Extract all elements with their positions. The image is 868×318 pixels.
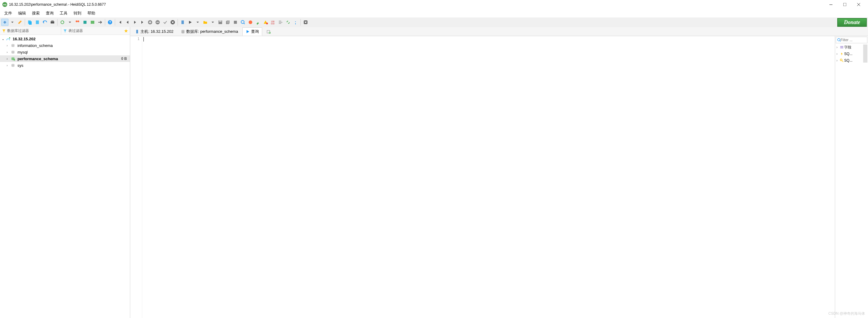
connect-button[interactable] — [1, 19, 8, 26]
menu-query[interactable]: 查询 — [43, 9, 57, 17]
tab-database[interactable]: 数据库: performance_schema — [178, 28, 241, 35]
first-button[interactable] — [116, 19, 124, 26]
stop-icon — [303, 20, 308, 25]
disconnect-button[interactable] — [16, 19, 24, 26]
refresh-button[interactable] — [59, 19, 66, 26]
connect-dropdown[interactable] — [9, 19, 16, 26]
window-controls — [824, 0, 866, 9]
folder-dropdown[interactable] — [209, 19, 216, 26]
svg-rect-3 — [29, 21, 32, 25]
menu-bar: 文件 编辑 搜索 查询 工具 转到 帮助 — [0, 9, 868, 17]
tab-db-label: 数据库: — [186, 29, 199, 34]
db-filter[interactable]: 数据库过滤器 — [0, 27, 61, 35]
apply-button[interactable] — [161, 19, 169, 26]
tab-host[interactable]: 主机: 16.32.15.202 — [132, 28, 177, 35]
tab-host-value: 16.32.15.202 — [151, 29, 174, 34]
tree-db-item[interactable]: › sys — [0, 62, 130, 69]
csv-button[interactable] — [89, 19, 96, 26]
next-icon — [133, 20, 137, 25]
saveall-button[interactable] — [224, 19, 231, 26]
run-dropdown[interactable] — [194, 19, 201, 26]
refresh-dropdown[interactable] — [66, 19, 73, 26]
helper-item-sql-keywords[interactable]: › SQ... — [835, 57, 863, 64]
tree-db-item[interactable]: › information_schema — [0, 42, 130, 49]
folder-button[interactable] — [202, 19, 209, 26]
next-button[interactable] — [131, 19, 138, 26]
undo-button[interactable] — [41, 19, 49, 26]
binary-button[interactable]: 100010 — [270, 19, 277, 26]
close-button[interactable] — [852, 0, 866, 9]
cancel-button[interactable] — [169, 19, 176, 26]
menu-edit[interactable]: 编辑 — [15, 9, 29, 17]
helper-item-label: 字段 — [844, 45, 851, 50]
warning-button[interactable] — [262, 19, 269, 26]
menu-search[interactable]: 搜索 — [29, 9, 43, 17]
menu-file[interactable]: 文件 — [1, 9, 15, 17]
menu-help[interactable]: 帮助 — [84, 9, 98, 17]
table-filter[interactable]: 表过滤器 — [61, 27, 122, 35]
chevron-down-icon — [11, 22, 13, 23]
helper-filter[interactable] — [836, 37, 867, 43]
run-button[interactable] — [187, 19, 194, 26]
maximize-button[interactable] — [838, 0, 852, 9]
stop-button[interactable] — [302, 19, 309, 26]
copy-button[interactable] — [26, 19, 33, 26]
sql-editor[interactable]: 1 — [130, 36, 835, 318]
semicolon-button[interactable]: ; — [292, 19, 299, 26]
chevron-right-icon: › — [836, 52, 839, 56]
table-filter-label: 表过滤器 — [68, 28, 83, 33]
db-size: 0 B — [121, 57, 128, 61]
tab-query[interactable]: 查询 — [242, 27, 262, 36]
tree-db-item[interactable]: › performance_schema 0 B — [0, 56, 130, 62]
paste-button[interactable] — [34, 19, 41, 26]
database-icon — [11, 57, 16, 61]
copy-icon — [27, 20, 32, 25]
snippet-button[interactable] — [232, 19, 239, 26]
database-icon — [181, 30, 185, 34]
svg-point-23 — [241, 21, 244, 24]
svg-rect-6 — [51, 21, 54, 22]
plug-icon — [2, 20, 7, 25]
helper-item-sql-functions[interactable]: › SQ... — [835, 50, 863, 57]
save-button[interactable] — [217, 19, 224, 26]
prev-button[interactable] — [124, 19, 131, 26]
helper-panel: › 字段 › SQ... › SQ... — [835, 36, 868, 318]
tab-db-value: performance_schema — [200, 29, 238, 34]
help-button[interactable]: ? — [106, 19, 114, 26]
favorite-button[interactable]: ★ — [122, 27, 130, 35]
tree-server[interactable]: ⌄ 16.32.15.202 — [0, 35, 130, 42]
indent-button[interactable] — [277, 19, 284, 26]
save-icon — [218, 20, 223, 25]
minimize-button[interactable] — [824, 0, 838, 9]
users-button[interactable] — [74, 19, 81, 26]
database-icon — [11, 63, 16, 67]
link-button[interactable] — [284, 19, 292, 26]
svg-text:;: ; — [295, 20, 296, 25]
brush-button[interactable] — [254, 19, 261, 26]
maximize-icon — [843, 3, 846, 6]
color-button[interactable] — [247, 19, 254, 26]
line-gutter: 1 — [130, 36, 142, 318]
helper-filter-input[interactable] — [841, 38, 866, 42]
tree-db-item[interactable]: › mysql — [0, 49, 130, 56]
helper-item-columns[interactable]: › 字段 — [835, 44, 863, 50]
svg-rect-1 — [843, 3, 846, 6]
helper-scrollbar[interactable] — [863, 44, 867, 63]
toolbar-separator — [57, 19, 58, 26]
toolbar-separator — [115, 19, 115, 26]
code-area[interactable] — [142, 36, 835, 318]
last-button[interactable] — [139, 19, 146, 26]
last-icon — [140, 20, 145, 25]
zoom-button[interactable] — [239, 19, 247, 26]
export-button[interactable] — [82, 19, 89, 26]
delete-button[interactable] — [154, 19, 161, 26]
donate-button[interactable]: Donate — [837, 18, 867, 27]
add-button[interactable] — [147, 19, 154, 26]
print-button[interactable] — [49, 19, 56, 26]
menu-tools[interactable]: 工具 — [57, 9, 70, 17]
users-icon — [75, 20, 80, 25]
tab-new[interactable] — [264, 28, 274, 35]
server-button[interactable] — [179, 19, 186, 26]
goto-button[interactable] — [96, 19, 104, 26]
menu-goto[interactable]: 转到 — [70, 9, 84, 17]
